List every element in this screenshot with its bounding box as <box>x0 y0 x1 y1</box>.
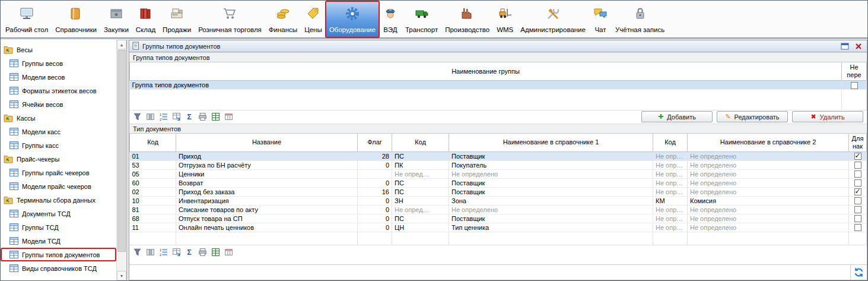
tree-item-scale-cells[interactable]: Ячейки весов <box>1 97 116 111</box>
scroll-up-button[interactable]: ▲ <box>117 40 126 49</box>
table-export-icon[interactable] <box>171 247 182 257</box>
tree-item-scale-label-formats[interactable]: Форматы этикеток весов <box>1 84 116 97</box>
print-icon[interactable] <box>197 112 208 122</box>
shopping-cart-icon <box>222 2 237 25</box>
table-settings-icon[interactable] <box>223 247 234 257</box>
tree-item-document-type-groups[interactable]: Группы типов документов <box>1 248 116 261</box>
add-button[interactable]: ✚Добавить <box>641 111 713 122</box>
checkbox[interactable] <box>854 162 861 169</box>
column-header-name[interactable]: Название <box>176 134 358 152</box>
print-icon[interactable] <box>197 247 208 257</box>
tree-group-price-checkers[interactable]: Прайс-чекеры <box>1 152 116 166</box>
checkbox[interactable] <box>854 224 861 231</box>
empty-cell <box>358 232 392 245</box>
scroll-down-button[interactable]: ▼ <box>117 271 126 280</box>
column-header-for-invoice[interactable]: Для нак <box>849 134 867 152</box>
column-header-no-transfer[interactable]: Не пере <box>842 62 867 81</box>
column-header-ref1-code[interactable]: Код <box>392 134 449 152</box>
column-header-ref2-code[interactable]: Код <box>653 134 688 152</box>
type-table-row[interactable]: 05ЦенникиНе опред…Не определеноНе опред…… <box>130 169 867 178</box>
type-table-row[interactable]: 10Инвентаризация0ЗНЗонаКМКомисия <box>130 196 867 205</box>
tree-item-cashbox-models[interactable]: Модели касс <box>1 125 116 138</box>
tree-item-tsd-groups[interactable]: Группы ТСД <box>1 220 116 234</box>
checkbox[interactable] <box>854 206 861 213</box>
tree-group-scales[interactable]: Весы <box>1 43 116 56</box>
tree-item-scale-groups[interactable]: Группы весов <box>1 56 116 70</box>
toolbar-item-retail[interactable]: Розничная торговля <box>195 1 265 37</box>
group-section-header: Группа типов документов <box>129 52 867 62</box>
table-settings-icon[interactable] <box>223 112 234 122</box>
grid-icon[interactable] <box>145 247 156 257</box>
checkbox[interactable] <box>851 82 858 89</box>
table-export-icon[interactable] <box>171 112 182 122</box>
toolbar-item-references[interactable]: Справочники <box>52 1 100 37</box>
type-table-row[interactable]: 68Отпуск товара на СП0ПСПоставщикНе опре… <box>130 214 867 223</box>
checkbox[interactable] <box>854 197 861 204</box>
cell-ref1-name: Поставщик <box>449 151 653 160</box>
scroll-track[interactable] <box>117 252 126 271</box>
bottom-spacer <box>129 258 867 264</box>
sum-icon[interactable]: Σ <box>184 112 195 122</box>
cell-code: 81 <box>130 205 176 214</box>
numbered-list-icon[interactable]: 12 <box>158 247 169 257</box>
cell-flag: 0 <box>358 223 392 232</box>
tree-item-scale-models[interactable]: Модели весов <box>1 70 116 84</box>
close-button[interactable] <box>853 42 864 51</box>
checkbox[interactable] <box>854 215 861 222</box>
tree-item-price-checker-groups[interactable]: Группы прайс чекеров <box>1 166 116 179</box>
sidebar-scrollbar[interactable]: ▲ ▼ <box>116 40 126 280</box>
checkbox[interactable] <box>854 179 861 187</box>
toolbar-item-administration[interactable]: Администрирование <box>517 1 589 37</box>
group-table-row[interactable]: Группа типов документов <box>130 81 867 90</box>
refresh-button[interactable] <box>850 265 867 280</box>
toolbar-item-finance[interactable]: Финансы <box>265 1 301 37</box>
toolbar-item-purchases[interactable]: Закупки <box>100 1 132 37</box>
toolbar-item-equipment[interactable]: Оборудование <box>326 1 379 37</box>
type-table-row[interactable]: 02Приход без заказа16ПСПоставщикНе опред… <box>130 187 867 196</box>
excel-icon[interactable] <box>210 247 221 257</box>
tree-item-price-checker-models[interactable]: Модели прайс чекеров <box>1 179 116 193</box>
toolbar-item-chat[interactable]: Чат <box>589 1 612 37</box>
cell-name: Отпуск товара на СП <box>176 214 358 223</box>
toolbar-item-wms[interactable]: WMS <box>493 1 517 37</box>
checkbox[interactable] <box>854 188 861 195</box>
sum-icon[interactable]: Σ <box>184 247 195 257</box>
tree-group-cashboxes[interactable]: Кассы <box>1 111 116 125</box>
toolbar-item-transport[interactable]: Транспорт <box>402 1 441 37</box>
excel-icon[interactable] <box>210 112 221 122</box>
delete-button[interactable]: ✖Удалить <box>792 111 863 122</box>
column-header-flag[interactable]: Флаг <box>358 134 392 152</box>
edit-button[interactable]: ✎Редактировать <box>717 111 788 122</box>
toolbar-item-prices[interactable]: Цены <box>301 1 326 37</box>
maximize-button[interactable] <box>840 42 850 51</box>
filter-funnel-icon[interactable] <box>132 247 143 257</box>
toolbar-item-sales[interactable]: Продажи <box>159 1 195 37</box>
type-table-row[interactable]: 11Онлайн печать ценников0ЦНТип ценникаНе… <box>130 223 867 232</box>
grid-icon[interactable] <box>145 112 156 122</box>
toolbar-item-desktop[interactable]: Рабочий стол <box>2 1 52 37</box>
filter-funnel-icon[interactable] <box>132 112 143 122</box>
sidebar-tree: ВесыГруппы весовМодели весовФорматы этик… <box>1 40 116 280</box>
toolbar-item-production[interactable]: Производство <box>441 1 493 37</box>
toolbar-item-ved[interactable]: ВЭД <box>379 1 402 37</box>
column-header-ref1-name[interactable]: Наименование в справочнике 1 <box>449 134 653 152</box>
column-header-code[interactable]: Код <box>130 134 176 152</box>
toolbar-item-warehouse[interactable]: Склад <box>132 1 159 37</box>
column-header-ref2-name[interactable]: Наименование в справочнике 2 <box>688 134 849 152</box>
numbered-list-icon[interactable]: 12 <box>158 112 169 122</box>
column-header-group-name[interactable]: Наименование группы <box>130 62 842 81</box>
tree-item-cashbox-groups[interactable]: Группы касс <box>1 138 116 152</box>
tree-item-tsd-reference-kinds[interactable]: Виды справочников ТСД <box>1 261 116 275</box>
scroll-thumb[interactable] <box>117 50 126 252</box>
toolbar-item-account[interactable]: Учётная запись <box>612 1 668 37</box>
tree-item-label: Модели весов <box>22 74 65 81</box>
type-table-row[interactable]: 01Приход28ПСПоставщикНе опред…Не определ… <box>130 151 867 160</box>
tree-group-data-terminals[interactable]: Терминалы сбора данных <box>1 193 116 207</box>
type-table-row[interactable]: 81Списание товаров по акту0Не опред…Не о… <box>130 205 867 214</box>
type-table-row[interactable]: 53Отгрузка по БН расчёту0ПКПокупательНе … <box>130 160 867 169</box>
checkbox[interactable] <box>854 171 861 178</box>
type-table-row[interactable]: 60Возврат0ПСПоставщикНе опред…Не определ… <box>130 178 867 187</box>
tree-item-tsd-models[interactable]: Модели ТСД <box>1 234 116 248</box>
tree-item-tsd-documents[interactable]: Документы ТСД <box>1 207 116 220</box>
checkbox[interactable] <box>854 153 861 160</box>
